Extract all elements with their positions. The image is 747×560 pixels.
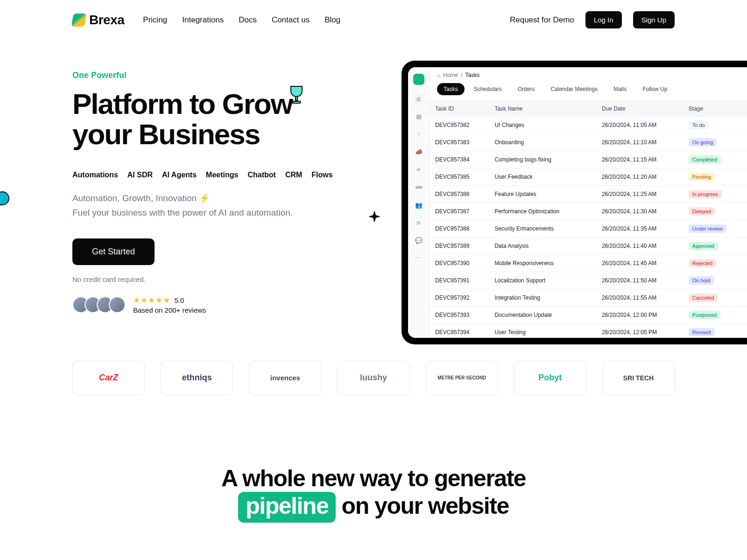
nav-blog[interactable]: Blog xyxy=(324,15,340,25)
cell-task-name: Integration Testing xyxy=(489,289,596,307)
col-task-id[interactable]: Task ID xyxy=(430,101,489,117)
sidebar-chat-icon[interactable]: 💬 xyxy=(415,236,423,245)
table-row[interactable]: DEVC957387Performance Optimization26/20/… xyxy=(430,203,747,220)
nav-integrations[interactable]: Integrations xyxy=(182,15,224,25)
headline-line2-rest: on your website xyxy=(336,493,509,519)
hero-content: One Powerful Platform to Grow your Busin… xyxy=(72,70,334,314)
cell-task-id: DEVC957383 xyxy=(430,134,489,151)
feature-ai-sdr[interactable]: AI SDR xyxy=(127,171,153,179)
login-button[interactable]: Log In xyxy=(585,11,622,28)
col-stage[interactable]: Stage xyxy=(683,101,747,117)
feature-automations[interactable]: Automations xyxy=(72,171,118,179)
stage-badge: To do xyxy=(689,121,709,129)
sidebar-announce-icon[interactable]: 📣 xyxy=(415,147,423,156)
sidebar-tree-icon[interactable]: ⑂ xyxy=(415,130,423,138)
feature-flows[interactable]: Flows xyxy=(311,171,332,179)
table-row[interactable]: DEVC957392Integration Testing26/20/2024,… xyxy=(430,289,747,307)
nav-contact[interactable]: Contact us xyxy=(272,15,310,25)
cell-task-name: Completing bugs fixing xyxy=(489,151,596,168)
tab-calendar-meetings[interactable]: Calendar Meetings xyxy=(544,83,604,95)
tab-orders[interactable]: Orders xyxy=(511,83,542,95)
hero-title-line1: Platform to Grow xyxy=(72,88,292,120)
app-logo-icon[interactable] xyxy=(413,74,424,85)
primary-nav: Pricing Integrations Docs Contact us Blo… xyxy=(143,15,340,25)
table-row[interactable]: DEVC957388Security Enhancements26/20/202… xyxy=(430,220,747,238)
cell-stage: On hold xyxy=(683,272,747,289)
cell-due-date: 26/20/2024, 11:50 AM xyxy=(596,272,683,289)
logo-card: ethniqs xyxy=(161,361,233,395)
stage-badge: Pending xyxy=(689,173,715,181)
sidebar-send-icon[interactable]: ✈ xyxy=(415,165,423,174)
sidebar-glasses-icon[interactable]: 👓 xyxy=(415,183,423,191)
tab-mails[interactable]: Mails xyxy=(607,83,633,95)
sidebar-tasks-icon[interactable]: ▦ xyxy=(415,112,423,120)
cell-task-name: Data Analysis xyxy=(489,238,596,255)
cell-task-name: UI Changes xyxy=(489,117,596,134)
home-icon[interactable]: ⌂ xyxy=(437,72,440,78)
table-row[interactable]: DEVC957386Feature Updates26/20/2024, 11:… xyxy=(430,186,747,203)
stage-badge: Delayed xyxy=(689,207,715,216)
logo-card: SRI TECH xyxy=(602,361,675,395)
sidebar-home-icon[interactable]: ⌂ xyxy=(415,94,423,103)
stage-badge: Under review xyxy=(689,224,726,233)
cell-due-date: 26/20/2024, 11:45 AM xyxy=(596,255,683,272)
feature-chatbot[interactable]: Chatbot xyxy=(247,171,275,179)
cell-due-date: 26/20/2024, 12:05 PM xyxy=(596,324,683,338)
cell-task-id: DEVC957389 xyxy=(430,238,489,255)
get-started-button[interactable]: Get Started xyxy=(72,238,155,265)
logo-card: CarZ xyxy=(72,361,145,395)
cell-task-id: DEVC957394 xyxy=(430,324,489,338)
stage-badge: Rejected xyxy=(689,259,716,267)
cell-task-name: User Testing xyxy=(489,324,596,338)
reviews-count-text: Based on 200+ reviews xyxy=(133,306,206,314)
logo-text: invences xyxy=(270,374,300,382)
cell-task-id: DEVC957387 xyxy=(430,203,489,220)
feature-meetings[interactable]: Meetings xyxy=(206,171,238,179)
brand-logo[interactable]: Brexa xyxy=(72,13,124,28)
sidebar-people-icon[interactable]: 👥 xyxy=(415,201,423,209)
breadcrumb-home[interactable]: Home xyxy=(443,72,458,78)
cell-stage: Completed xyxy=(683,151,747,168)
nav-pricing[interactable]: Pricing xyxy=(143,15,167,25)
logo-card: Pobyt xyxy=(514,361,586,395)
feature-crm[interactable]: CRM xyxy=(285,171,302,179)
table-row[interactable]: DEVC957391Localization Support26/20/2024… xyxy=(430,272,747,289)
signup-button[interactable]: Sign Up xyxy=(633,11,675,28)
tab-tasks[interactable]: Tasks xyxy=(437,83,465,95)
cell-stage: Under review xyxy=(683,220,747,238)
feature-ai-agents[interactable]: AI Agents xyxy=(162,171,197,179)
cell-task-id: DEVC957386 xyxy=(430,186,489,203)
stage-badge: Completed xyxy=(689,155,721,164)
cell-stage: Delayed xyxy=(683,203,747,220)
cell-task-id: DEVC957385 xyxy=(430,168,489,186)
table-row[interactable]: DEVC957390Mobile Responsiveness26/20/202… xyxy=(430,255,747,272)
dashboard-tabs: Tasks Schedulars Orders Calendar Meeting… xyxy=(430,83,747,101)
tab-follow-up[interactable]: Follow Up xyxy=(636,83,674,95)
cell-task-id: DEVC957393 xyxy=(430,307,489,324)
table-row[interactable]: DEVC957393Documentation Update26/20/2024… xyxy=(430,307,747,324)
table-row[interactable]: DEVC957384Completing bugs fixing26/20/20… xyxy=(430,151,747,168)
dashboard-main: ⌂ Home / Tasks Tasks Schedulars Orders C… xyxy=(430,67,747,338)
cell-stage: To do xyxy=(683,117,747,134)
hero-sub-line2: Fuel your business with the power of AI … xyxy=(72,208,293,217)
table-row[interactable]: DEVC957383Onboarding26/20/2024, 11:10 AM… xyxy=(430,134,747,151)
dashboard-screen: ⌂ ▦ ⑂ 📣 ✈ 👓 👥 ≋ 💬 ⋯ ⌂ Home / Tasks xyxy=(408,67,747,338)
sidebar-layers-icon[interactable]: ≋ xyxy=(415,218,423,227)
table-row[interactable]: DEVC957394User Testing26/20/2024, 12:05 … xyxy=(430,324,747,338)
cell-task-id: DEVC957388 xyxy=(430,220,489,238)
col-task-name[interactable]: Task Name xyxy=(489,101,596,117)
cell-task-name: Feature Updates xyxy=(489,186,596,203)
tab-schedulars[interactable]: Schedulars xyxy=(467,83,508,95)
sidebar-more-icon[interactable]: ⋯ xyxy=(415,254,422,261)
cell-task-name: User Feedback xyxy=(489,168,596,186)
feature-tabs: Automations AI SDR AI Agents Meetings Ch… xyxy=(72,171,334,179)
col-due-date[interactable]: Due Date xyxy=(596,101,683,117)
request-demo-link[interactable]: Request for Demo xyxy=(510,15,574,25)
nav-docs[interactable]: Docs xyxy=(239,15,257,25)
table-row[interactable]: DEVC957385User Feedback26/20/2024, 11:20… xyxy=(430,168,747,186)
header-actions: Request for Demo Log In Sign Up xyxy=(510,11,675,28)
trophy-icon xyxy=(287,84,306,107)
table-row[interactable]: DEVC957382UI Changes26/20/2024, 11:05 AM… xyxy=(430,117,747,134)
hero-eyebrow: One Powerful xyxy=(72,70,334,80)
table-row[interactable]: DEVC957389Data Analysis26/20/2024, 11:40… xyxy=(430,238,747,255)
